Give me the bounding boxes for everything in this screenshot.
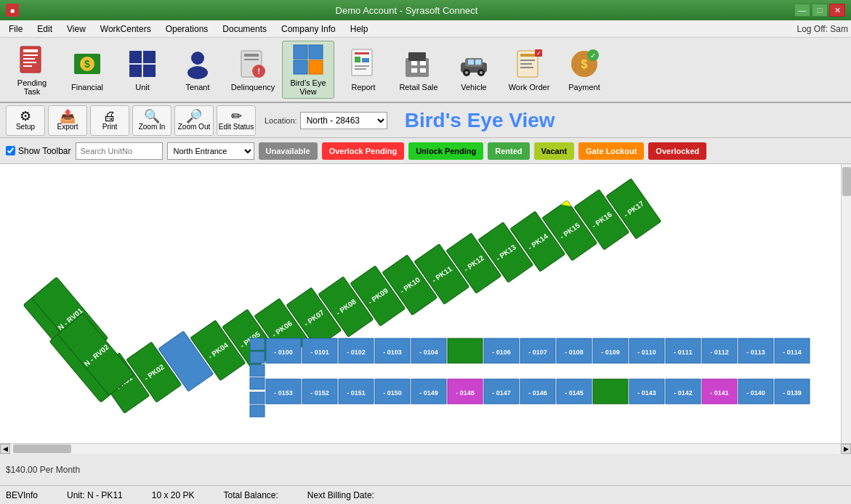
svg-text:- 0146: - 0146 (528, 389, 547, 397)
bev-title: Bird's Eye View (405, 109, 555, 132)
menu-documents[interactable]: Documents (217, 23, 273, 36)
print-button[interactable]: 🖨 Print (90, 105, 129, 136)
svg-rect-4 (23, 62, 36, 63)
restore-button[interactable]: □ (812, 4, 828, 17)
tb-birds-eye-view[interactable]: Bird's Eye View (282, 41, 334, 99)
svg-rect-28 (362, 58, 369, 62)
svg-rect-3 (23, 58, 35, 60)
edit-status-button[interactable]: ✏ Edit Status (217, 105, 256, 136)
window-title: Demo Account - Syrasoft Connect (19, 5, 794, 16)
zoom-out-button[interactable]: 🔎 Zoom Out (174, 105, 214, 136)
scroll-thumb[interactable] (13, 444, 71, 453)
unit-gap2[interactable] (593, 379, 628, 404)
tb-unit[interactable]: Unit (116, 41, 169, 99)
legend-vacant: Vacant (534, 142, 574, 160)
svg-rect-30 (355, 68, 366, 70)
svg-rect-49 (520, 67, 533, 68)
svg-text:- 0114: - 0114 (783, 349, 802, 356)
birds-eye-view-icon (292, 44, 324, 76)
show-toolbar-checkbox-container[interactable]: Show Toolbar (6, 146, 71, 156)
zoom-in-button[interactable]: 🔍 Zoom In (132, 105, 172, 136)
tb-financial[interactable]: $ Financial (61, 41, 113, 99)
minimize-button[interactable]: — (794, 4, 810, 17)
tb-vehicle[interactable]: Vehicle (448, 41, 500, 99)
menu-view[interactable]: View (61, 23, 92, 36)
svg-rect-22 (309, 45, 323, 59)
financial-icon: $ (71, 48, 103, 80)
print-label: Print (102, 123, 118, 131)
unit-0105-empty[interactable] (448, 338, 483, 363)
svg-rect-47 (520, 60, 535, 61)
vertical-scrollbar[interactable] (841, 164, 851, 443)
legend-overlock-pending: Overlock Pending (322, 142, 405, 160)
svg-rect-21 (294, 45, 307, 59)
scroll-track (10, 444, 841, 454)
svg-rect-35 (411, 68, 417, 73)
tb-financial-label: Financial (71, 83, 103, 92)
tb-report-label: Report (351, 83, 375, 92)
svg-rect-34 (420, 61, 426, 65)
scrollbar-thumb[interactable] (842, 167, 851, 196)
location-dropdown[interactable]: North Entrance (167, 142, 254, 160)
tb-payment[interactable]: $ ✓ Payment (558, 41, 610, 99)
setup-button[interactable]: ⚙ Setup (6, 105, 45, 136)
svg-text:- 0108: - 0108 (565, 349, 584, 356)
show-toolbar-checkbox[interactable] (6, 146, 15, 155)
svg-text:✓: ✓ (536, 50, 541, 57)
menu-help[interactable]: Help (344, 23, 374, 36)
export-label: Export (57, 123, 78, 131)
price-display: $140.00 Per Month (6, 465, 80, 475)
menu-workcenters[interactable]: WorkCenters (94, 23, 157, 36)
pending-task-icon (16, 44, 48, 76)
horizontal-scrollbar[interactable]: ◀ ▶ (0, 443, 851, 453)
svg-rect-12 (143, 65, 156, 77)
svg-text:- 0148: - 0148 (456, 389, 475, 397)
small-box-3 (250, 365, 265, 376)
svg-point-42 (480, 71, 483, 74)
export-icon: 📤 (60, 110, 76, 123)
svg-text:- 0143: - 0143 (637, 389, 656, 397)
svg-rect-32 (408, 52, 426, 61)
tb-retail-sale[interactable]: Retail Sale (392, 41, 445, 99)
svg-rect-23 (294, 60, 307, 74)
payment-icon: $ ✓ (568, 48, 600, 80)
export-button[interactable]: 📤 Export (48, 105, 87, 136)
tb-pending-task[interactable]: Pending Task (6, 41, 58, 99)
unit-icon (126, 48, 158, 80)
svg-text:- 0113: - 0113 (746, 349, 765, 356)
menu-operations[interactable]: Operations (160, 23, 214, 36)
menu-edit[interactable]: Edit (31, 23, 58, 36)
tb-pending-task-label: Pending Task (9, 78, 55, 96)
show-toolbar-label: Show Toolbar (18, 146, 71, 156)
menu-file[interactable]: File (3, 23, 28, 36)
print-icon: 🖨 (103, 110, 116, 123)
scroll-left-arrow[interactable]: ◀ (0, 444, 10, 454)
total-balance-label: Total Balance: (223, 490, 278, 500)
svg-text:- 0149: - 0149 (419, 389, 438, 397)
tb-unit-label: Unit (135, 83, 150, 92)
tb-delinquency[interactable]: ! Delinquency (227, 41, 279, 99)
svg-rect-27 (355, 57, 360, 62)
tb-report[interactable]: Report (337, 41, 390, 99)
size-info-label: 10 x 20 PK (152, 490, 195, 500)
menu-company-info[interactable]: Company Info (275, 23, 342, 36)
bev-info-label: BEVInfo (6, 490, 38, 500)
svg-text:- 0145: - 0145 (565, 389, 584, 397)
svg-text:- 0103: - 0103 (383, 349, 402, 356)
zoom-in-icon: 🔍 (144, 110, 160, 123)
tb-delinquency-label: Delinquency (231, 83, 275, 92)
svg-text:- 0150: - 0150 (383, 389, 402, 397)
menubar: File Edit View WorkCenters Operations Do… (0, 20, 851, 38)
next-billing-label: Next Billing Date: (307, 490, 374, 500)
location-select[interactable]: North - 28463 (300, 112, 387, 129)
work-order-icon: ✓ (513, 48, 545, 80)
legend-gate-lockout: Gate Lockout (578, 142, 644, 160)
close-button[interactable]: ✕ (829, 4, 845, 17)
search-input[interactable] (76, 142, 163, 160)
scroll-right-arrow[interactable]: ▶ (841, 444, 851, 454)
svg-text:- 0111: - 0111 (674, 349, 693, 356)
tb-work-order[interactable]: ✓ Work Order (503, 41, 555, 99)
tb-tenant[interactable]: Tenant (172, 41, 224, 99)
tenant-icon (182, 48, 214, 80)
svg-rect-5 (23, 65, 32, 67)
